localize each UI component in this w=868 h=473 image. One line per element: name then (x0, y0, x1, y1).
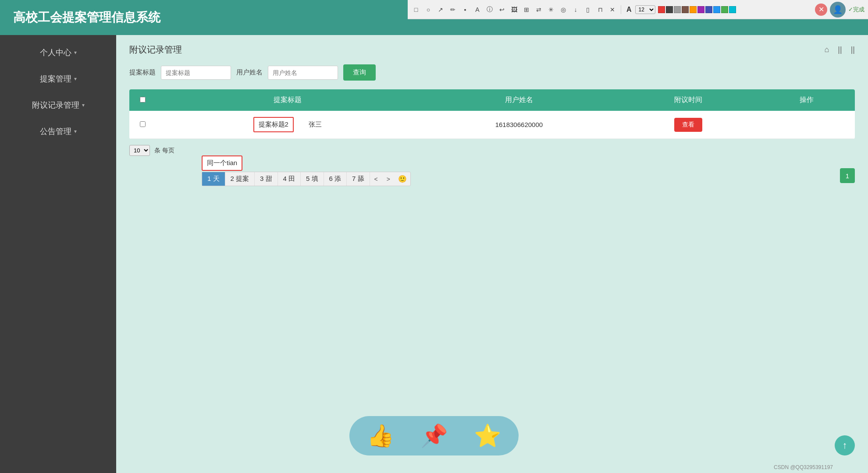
close2-icon[interactable]: ✕ (608, 5, 617, 14)
row-username-inline: 张三 (309, 120, 322, 128)
color-orange[interactable] (690, 6, 697, 13)
font-a-label: A (625, 6, 633, 14)
annotation-toolbar: □ ○ ↗ ✏ ▪ A ⓘ ↩ 🖼 ⊞ ⇄ ✳ ◎ ↓ ▯ ⊓ ✕ A 12 ✕… (408, 0, 868, 19)
toolbar-user-button[interactable]: 👤 (830, 2, 846, 18)
data-table: 提案标题 用户姓名 附议时间 操作 提案标题2 张三 161830662 (129, 89, 855, 139)
row-checkbox[interactable] (140, 121, 146, 127)
pin2-icon[interactable]: ✳ (546, 5, 556, 14)
color-indigo[interactable] (705, 6, 712, 13)
table-header-time: 附议时间 (619, 89, 758, 111)
color-blue[interactable] (713, 6, 720, 13)
per-page-label: 条 每页 (154, 147, 174, 155)
page-header: 附议记录管理 ⌂ || || (129, 44, 855, 56)
sidebar-item-personal-label: 个人中心 (40, 47, 71, 58)
table-header-row: 提案标题 用户姓名 附议时间 操作 (129, 89, 855, 111)
row-proposal-title: 提案标题2 张三 (156, 111, 420, 139)
select-all-checkbox[interactable] (140, 97, 146, 102)
pencil-icon[interactable]: ✏ (448, 5, 458, 14)
sidebar-item-personal[interactable]: 个人中心 ▾ (0, 39, 116, 66)
color-red[interactable] (658, 6, 665, 13)
scroll-to-top-button[interactable]: ↑ (835, 435, 855, 455)
sidebar-arrow-personal: ▾ (74, 49, 77, 56)
color-cyan[interactable] (729, 6, 736, 13)
highlighted-proposal-title: 提案标题2 (253, 117, 294, 132)
proposal-title-input[interactable] (161, 66, 231, 80)
row-action: 查看 (619, 111, 758, 139)
page-icons: ⌂ || || (824, 45, 855, 54)
sidebar-item-announcement[interactable]: 公告管理 ▾ (0, 118, 116, 145)
ime-candidate-7[interactable]: 7 舔 (347, 172, 370, 186)
sidebar-arrow-proposal: ▾ (74, 76, 77, 82)
color-brown[interactable] (682, 6, 689, 13)
sidebar-item-records[interactable]: 附议记录管理 ▾ (0, 92, 116, 118)
color-dark[interactable] (666, 6, 673, 13)
table-header-action: 操作 (758, 89, 855, 111)
sidebar-arrow-announcement: ▾ (74, 128, 77, 134)
ime-candidates-panel: 1 天 2 提案 3 甜 4 田 5 填 6 添 7 舔 < > 🙂 (202, 172, 411, 186)
ime-candidate-1[interactable]: 1 天 (202, 172, 225, 186)
toolbar-divider1 (621, 5, 621, 14)
username-input[interactable] (268, 66, 338, 80)
ime-candidate-6[interactable]: 6 添 (324, 172, 347, 186)
home-icon[interactable]: ⌂ (824, 45, 829, 54)
toolbar-finish-button[interactable]: ✓完成 (848, 6, 864, 14)
pin-icon[interactable]: 📌 (420, 423, 448, 448)
ellipse-icon[interactable]: ○ (423, 5, 433, 14)
view-button[interactable]: 查看 (674, 118, 702, 132)
undo-icon[interactable]: ↩ (497, 5, 507, 14)
page-number-badge: 1 (840, 168, 855, 183)
color-purple[interactable] (697, 6, 704, 13)
target-icon[interactable]: ◎ (559, 5, 568, 14)
image-icon[interactable]: 🖼 (509, 5, 519, 14)
crop-icon[interactable]: ⊞ (522, 5, 531, 14)
pagination-row: 10 20 50 条 每页 (129, 145, 855, 156)
toolbar-close-button[interactable]: ✕ (815, 4, 827, 16)
ime-next-button[interactable]: > (382, 173, 395, 185)
ime-prev-button[interactable]: < (370, 173, 382, 185)
sidebar-item-proposal-label: 提案管理 (40, 74, 71, 84)
ime-candidate-2[interactable]: 2 提案 (225, 172, 255, 186)
page-number: 1 (846, 172, 849, 180)
app-title: 高校工会提案管理信息系统 (13, 9, 160, 26)
table-header-checkbox (129, 89, 156, 111)
line-icon[interactable]: ↗ (436, 5, 445, 14)
color-green[interactable] (721, 6, 728, 13)
ime-candidate-5[interactable]: 5 填 (301, 172, 324, 186)
text-icon[interactable]: A (473, 5, 482, 14)
table-header-username: 用户姓名 (420, 89, 619, 111)
page-title: 附议记录管理 (129, 44, 182, 56)
username-label: 用户姓名 (236, 68, 263, 77)
search-button[interactable]: 查询 (343, 64, 376, 81)
font-section: A 12 (625, 5, 655, 14)
breadcrumb-sep1: || (838, 45, 842, 54)
row-checkbox-cell (129, 111, 156, 139)
ime-candidate-3[interactable]: 3 甜 (255, 172, 278, 186)
proposal-title-label: 提案标题 (129, 68, 156, 77)
csdn-watermark: CSDN @QQ3295391197 (774, 464, 833, 470)
sidebar-item-announcement-label: 公告管理 (40, 126, 71, 137)
font-size-select[interactable]: 12 (635, 5, 655, 14)
color-palette (658, 6, 736, 13)
ime-input-text: 同一个tian (207, 159, 237, 166)
main-content: 附议记录管理 ⌂ || || 提案标题 用户姓名 查询 提案标题 用户姓名 附议… (116, 35, 868, 473)
rectangle-icon[interactable]: □ (411, 5, 421, 14)
sidebar-arrow-records: ▾ (82, 102, 85, 108)
ime-candidate-4[interactable]: 4 田 (278, 172, 301, 186)
ime-input-popup[interactable]: 同一个tian (202, 155, 242, 171)
per-page-select[interactable]: 10 20 50 (129, 145, 150, 156)
arrows-icon[interactable]: ⇄ (534, 5, 544, 14)
bottom-icons-bar: 👍 📌 ⭐ (349, 416, 519, 455)
download-icon[interactable]: ↓ (571, 5, 580, 14)
info-icon[interactable]: ⓘ (485, 5, 494, 14)
ime-emoji-button[interactable]: 🙂 (395, 172, 410, 186)
row-time: 1618306620000 (420, 111, 619, 139)
mobile-icon[interactable]: ▯ (583, 5, 593, 14)
bookmark-icon[interactable]: ⊓ (595, 5, 605, 14)
thumbsup-icon[interactable]: 👍 (367, 423, 394, 448)
color-gray[interactable] (674, 6, 681, 13)
star-icon[interactable]: ⭐ (474, 423, 501, 448)
square-icon[interactable]: ▪ (460, 5, 470, 14)
sidebar-item-proposal[interactable]: 提案管理 ▾ (0, 66, 116, 92)
table-header-proposal-title: 提案标题 (156, 89, 420, 111)
sidebar-item-records-label: 附议记录管理 (32, 100, 79, 110)
